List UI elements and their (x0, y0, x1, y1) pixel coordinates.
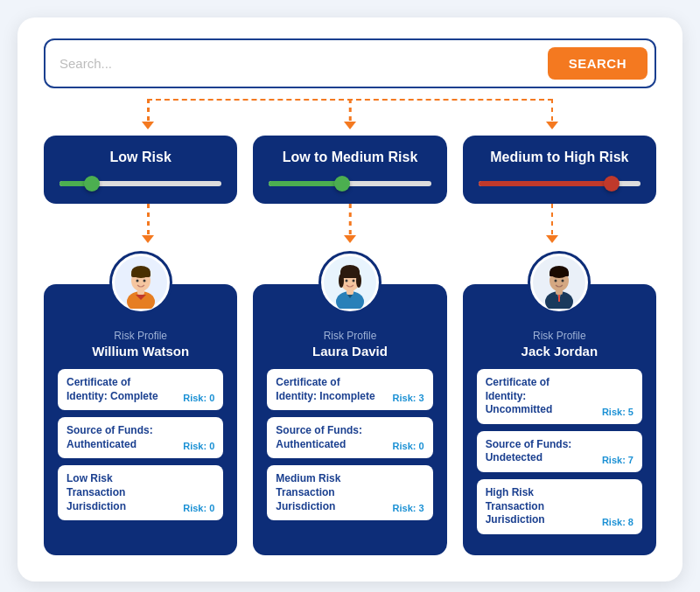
slider-low-medium[interactable] (269, 176, 430, 192)
profile-item-laura-2: Medium Risk Transaction Jurisdiction Ris… (267, 465, 432, 520)
profile-item-label-jack-1: Source of Funds: Undetected (486, 438, 586, 465)
risk-badge-jack-2: Risk: 8 (602, 517, 634, 527)
avatar-laura (318, 251, 382, 314)
profile-item-label-laura-2: Medium Risk Transaction Jurisdiction (276, 472, 376, 513)
search-button[interactable]: SEARCH (548, 47, 648, 80)
profile-item-label-willium-0: Certificate of Identity: Complete (66, 376, 167, 403)
search-bar: SEARCH (44, 38, 656, 88)
risk-card-low-medium-title: Low to Medium Risk (269, 150, 430, 165)
main-container: SEARCH Low Risk Low to Medi (18, 17, 682, 582)
profile-item-jack-1: Source of Funds: Undetected Risk: 7 (477, 431, 642, 472)
middle-connectors (44, 204, 656, 249)
slider-track-medium-high (479, 181, 640, 186)
risk-cards-row: Low Risk Low to Medium Risk Medium to Hi… (44, 136, 656, 204)
slider-fill-low-medium (269, 181, 341, 186)
slider-thumb-low-medium (334, 176, 350, 192)
profile-item-label-willium-2: Low Risk Transaction Jurisdiction (66, 472, 167, 513)
risk-badge-willium-0: Risk: 0 (183, 393, 214, 403)
svg-point-26 (562, 280, 564, 282)
svg-point-25 (555, 280, 557, 282)
avatar-jack (528, 251, 591, 314)
slider-thumb-medium-high (604, 176, 620, 192)
arrow-mid-center (344, 235, 356, 243)
svg-rect-20 (558, 295, 560, 302)
profile-item-laura-1: Source of Funds: Authenticated Risk: 0 (267, 417, 432, 458)
profile-card-jack: Risk Profile Jack Jordan Certificate of … (463, 284, 656, 555)
risk-badge-jack-0: Risk: 5 (602, 407, 634, 417)
risk-badge-jack-1: Risk: 7 (602, 455, 634, 465)
top-connectors (44, 90, 656, 136)
svg-point-14 (339, 274, 344, 288)
slider-medium-high[interactable] (479, 176, 640, 192)
risk-card-low-medium: Low to Medium Risk (253, 136, 446, 204)
risk-badge-willium-2: Risk: 0 (183, 503, 214, 513)
v-mid-center (349, 204, 352, 239)
profile-cards-row: Risk Profile Willium Watson Certificate … (44, 249, 656, 555)
svg-rect-5 (131, 272, 150, 277)
avatar-willium (109, 251, 172, 314)
arrow-tip-left (142, 122, 154, 129)
slider-track-low (60, 181, 221, 186)
risk-profile-label-jack: Risk Profile (477, 330, 642, 342)
profile-item-willium-0: Certificate of Identity: Complete Risk: … (58, 369, 223, 410)
risk-badge-laura-0: Risk: 3 (393, 393, 424, 403)
risk-profile-label-willium: Risk Profile (58, 330, 223, 342)
risk-badge-laura-1: Risk: 0 (393, 441, 424, 451)
profile-item-label-jack-2: High Risk Transaction Jurisdiction (486, 486, 586, 527)
risk-badge-laura-2: Risk: 3 (393, 503, 424, 513)
profile-name-willium: Willium Watson (58, 344, 223, 359)
arrow-mid-left (142, 235, 154, 243)
risk-card-medium-high: Medium to High Risk (463, 136, 656, 204)
risk-card-low-title: Low Risk (60, 150, 221, 165)
svg-point-16 (345, 280, 347, 282)
avatar-laura-svg (324, 256, 376, 309)
risk-card-medium-high-title: Medium to High Risk (479, 150, 640, 165)
risk-card-low: Low Risk (44, 136, 237, 204)
profile-item-willium-2: Low Risk Transaction Jurisdiction Risk: … (58, 465, 223, 520)
profile-name-jack: Jack Jordan (477, 344, 642, 359)
profile-item-willium-1: Source of Funds: Authenticated Risk: 0 (58, 417, 223, 458)
risk-badge-willium-1: Risk: 0 (183, 441, 214, 451)
svg-point-15 (356, 274, 361, 288)
profile-item-jack-2: High Risk Transaction Jurisdiction Risk:… (477, 479, 642, 534)
profile-item-laura-0: Certificate of Identity: Incomplete Risk… (267, 369, 432, 410)
profile-card-willium: Risk Profile Willium Watson Certificate … (44, 284, 237, 555)
profile-item-jack-0: Certificate of Identity: Uncommitted Ris… (477, 369, 642, 424)
v-mid-left (147, 204, 150, 239)
search-input[interactable] (60, 56, 548, 71)
slider-track-low-medium (269, 181, 430, 186)
slider-thumb-low (84, 176, 100, 192)
profile-card-laura: Risk Profile Laura David Certificate of … (253, 284, 446, 555)
v-mid-right (551, 204, 554, 239)
svg-point-6 (136, 280, 138, 282)
arrow-mid-right (546, 235, 558, 243)
profile-item-label-laura-0: Certificate of Identity: Incomplete (276, 376, 376, 403)
svg-point-17 (352, 280, 354, 282)
arrow-tip-center (344, 122, 356, 129)
profile-name-laura: Laura David (267, 344, 432, 359)
profile-item-label-willium-1: Source of Funds: Authenticated (66, 424, 167, 451)
avatar-jack-svg (533, 256, 585, 309)
risk-profile-label-laura: Risk Profile (267, 330, 432, 342)
arrow-tip-right (546, 122, 558, 129)
slider-low[interactable] (60, 176, 221, 192)
profile-item-label-jack-0: Certificate of Identity: Uncommitted (486, 376, 586, 417)
profile-item-label-laura-1: Source of Funds: Authenticated (276, 424, 376, 451)
svg-rect-24 (550, 272, 569, 276)
slider-fill-medium-high (479, 181, 612, 186)
avatar-willium-svg (115, 256, 167, 309)
svg-point-7 (143, 280, 145, 282)
